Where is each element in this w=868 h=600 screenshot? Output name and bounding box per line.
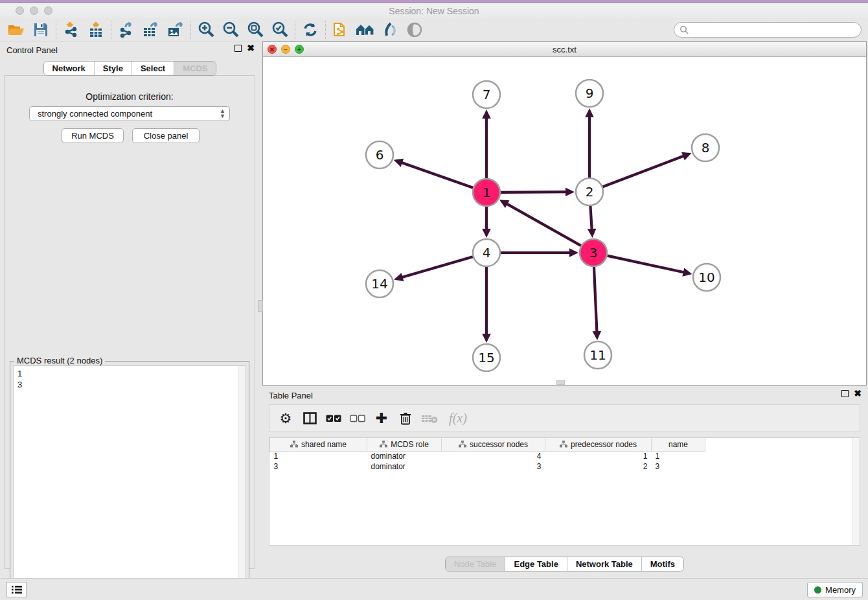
table-row[interactable]: 1 dominator 4 1 1 [270, 451, 705, 461]
network-window-titlebar[interactable]: ✕ − + scc.txt [263, 42, 866, 57]
graph-node-4[interactable]: 4 [473, 239, 500, 266]
zoom-fit-button[interactable] [243, 19, 268, 40]
column-header-shared-name[interactable]: shared name [270, 438, 367, 451]
table-row[interactable]: 3 dominator 3 2 3 [270, 461, 705, 472]
cell-shared-name[interactable]: 3 [270, 461, 367, 472]
cell-name[interactable]: 3 [652, 461, 705, 472]
tab-select[interactable]: Select [131, 62, 174, 75]
export-table-button[interactable] [139, 19, 163, 40]
function-builder-button[interactable]: f(x) [444, 408, 472, 430]
mcds-result-textarea[interactable]: 1 3 [13, 365, 246, 600]
tab-network[interactable]: Network [44, 62, 94, 75]
export-image-button[interactable] [163, 19, 188, 40]
cell-name[interactable]: 1 [652, 451, 705, 461]
table-splitter-grip[interactable] [556, 380, 565, 385]
column-header-mcds-role[interactable]: MCDS role [367, 438, 442, 451]
zoom-selected-button[interactable] [268, 19, 292, 40]
import-table-button[interactable] [84, 19, 108, 40]
criterion-dropdown[interactable]: strongly connected component ▲▼ [29, 106, 230, 121]
clone-network-button[interactable] [328, 19, 353, 40]
column-header-name[interactable]: name [652, 438, 705, 451]
graph-edge-4-15[interactable] [482, 267, 491, 343]
graph-node-8[interactable]: 8 [692, 134, 719, 161]
close-panel-icon[interactable]: ✖ [247, 45, 255, 52]
node-label: 14 [371, 276, 387, 292]
first-neighbors-button[interactable] [353, 19, 378, 40]
table-scrollbar[interactable] [852, 438, 860, 545]
memory-button[interactable]: Memory [807, 582, 863, 597]
cell-successor-nodes[interactable]: 3 [442, 461, 545, 472]
delete-table-button[interactable] [420, 408, 439, 430]
tab-node-table[interactable]: Node Table [446, 557, 505, 571]
close-panel-icon[interactable]: ✖ [854, 390, 862, 397]
visual-style-button[interactable] [378, 19, 402, 40]
tab-style[interactable]: Style [94, 62, 131, 75]
graph-edge-2-8[interactable] [603, 152, 692, 187]
cell-mcds-role[interactable]: dominator [367, 461, 442, 472]
network-graph[interactable]: 7968124314101511 [263, 57, 866, 385]
column-header-successor-nodes[interactable]: successor nodes [442, 438, 545, 451]
tab-network-table[interactable]: Network Table [567, 557, 641, 571]
search-field[interactable] [674, 22, 862, 38]
zoom-in-button[interactable] [194, 19, 218, 40]
graph-node-11[interactable]: 11 [584, 341, 611, 369]
deselect-all-columns-button[interactable] [348, 408, 367, 430]
graph-node-1[interactable]: 1 [473, 179, 500, 206]
task-history-button[interactable] [6, 582, 27, 597]
graph-edge-3-1[interactable] [499, 200, 581, 246]
show-graphics-details-button[interactable] [402, 19, 427, 40]
export-image-icon [167, 21, 184, 38]
graph-edge-3-11[interactable] [593, 267, 602, 340]
graph-node-2[interactable]: 2 [576, 178, 603, 205]
hierarchy-icon [290, 441, 298, 448]
graph-edge-3-10[interactable] [607, 256, 692, 277]
column-header-predecessor-nodes[interactable]: predecessor nodes [545, 438, 652, 451]
cell-shared-name[interactable]: 1 [270, 451, 367, 461]
apply-layout-button[interactable] [298, 19, 323, 40]
graph-node-10[interactable]: 10 [693, 264, 720, 291]
tab-motifs[interactable]: Motifs [641, 557, 683, 571]
import-network-button[interactable] [59, 19, 84, 40]
cell-predecessor-nodes[interactable]: 1 [545, 451, 652, 461]
select-all-columns-button[interactable] [324, 408, 343, 430]
arrowhead-icon [593, 331, 602, 340]
close-panel-button[interactable]: Close panel [132, 128, 200, 143]
network-canvas[interactable]: 7968124314101511 [263, 57, 866, 385]
arrowhead-icon [588, 229, 597, 238]
graph-node-14[interactable]: 14 [366, 270, 393, 297]
import-table-icon [88, 21, 104, 38]
delete-column-button[interactable] [396, 408, 415, 430]
graph-edge-1-7[interactable] [482, 110, 491, 178]
panel-splitter-grip[interactable] [258, 300, 263, 312]
cell-predecessor-nodes[interactable]: 2 [545, 461, 652, 472]
export-network-button[interactable] [114, 19, 139, 40]
graph-edge-2-3[interactable] [588, 206, 597, 238]
graph-edge-1-4[interactable] [482, 207, 491, 238]
graph-node-15[interactable]: 15 [473, 344, 500, 371]
result-scrollbar[interactable] [238, 366, 246, 600]
save-session-button[interactable] [29, 19, 53, 40]
graph-node-7[interactable]: 7 [473, 81, 500, 108]
table-settings-button[interactable]: ⚙ [276, 408, 295, 430]
run-mcds-button[interactable]: Run MCDS [62, 128, 124, 143]
float-panel-icon[interactable] [234, 45, 242, 52]
open-session-button[interactable] [4, 19, 29, 40]
graph-edge-4-3[interactable] [501, 248, 578, 257]
graph-node-6[interactable]: 6 [366, 141, 393, 168]
graph-node-9[interactable]: 9 [576, 80, 603, 107]
cell-successor-nodes[interactable]: 4 [442, 451, 545, 461]
tab-mcds[interactable]: MCDS [174, 62, 216, 75]
cell-mcds-role[interactable]: dominator [367, 451, 442, 461]
graph-edge-4-14[interactable] [394, 257, 473, 281]
search-input[interactable] [689, 23, 861, 36]
zoom-out-button[interactable] [218, 19, 243, 40]
node-label: 4 [483, 245, 491, 260]
float-panel-icon[interactable] [841, 390, 849, 397]
show-columns-button[interactable] [300, 408, 319, 430]
graph-edge-2-9[interactable] [585, 108, 594, 178]
graph-edge-1-6[interactable] [394, 159, 474, 188]
tab-edge-table[interactable]: Edge Table [505, 557, 566, 571]
graph-node-3[interactable]: 3 [580, 239, 607, 266]
create-column-button[interactable]: ✚ [372, 408, 391, 430]
graph-edge-1-2[interactable] [501, 187, 575, 196]
